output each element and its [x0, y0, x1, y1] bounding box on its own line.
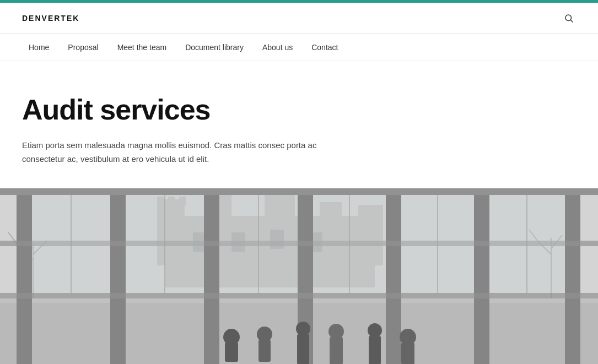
building-scene — [0, 188, 598, 364]
svg-point-0 — [565, 15, 572, 21]
page-title: Audit services — [22, 94, 364, 126]
svg-line-1 — [570, 20, 573, 22]
search-icon — [564, 13, 574, 23]
navigation: HomeProposalMeet the teamDocument librar… — [0, 34, 598, 61]
nav-item-meet-the-team[interactable]: Meet the team — [111, 40, 174, 55]
nav-item-contact[interactable]: Contact — [305, 40, 344, 55]
nav-item-about-us[interactable]: About us — [256, 40, 299, 55]
logo: DENVERTEK — [22, 14, 79, 23]
header: DENVERTEK — [0, 3, 598, 34]
hero-section: Audit services Etiam porta sem malesuada… — [0, 61, 386, 188]
nav-item-proposal[interactable]: Proposal — [61, 40, 105, 55]
svg-rect-66 — [0, 188, 598, 364]
nav-item-document-library[interactable]: Document library — [179, 40, 250, 55]
nav-item-home[interactable]: Home — [22, 40, 56, 55]
search-button[interactable] — [562, 11, 576, 25]
hero-image — [0, 188, 598, 364]
hero-description: Etiam porta sem malesuada magna mollis e… — [22, 139, 331, 166]
